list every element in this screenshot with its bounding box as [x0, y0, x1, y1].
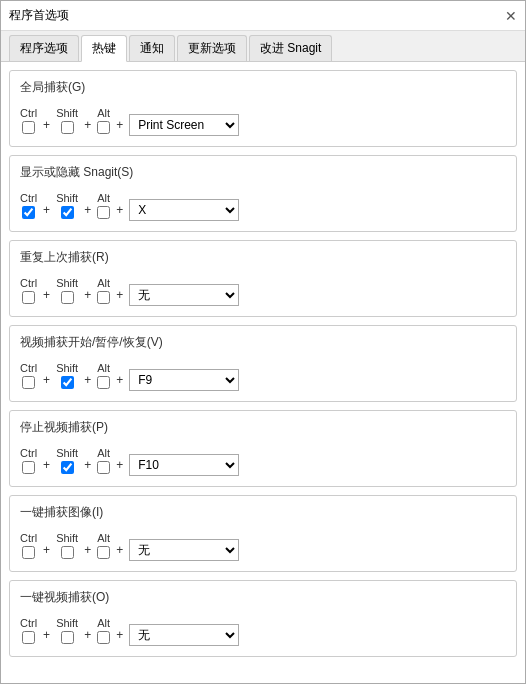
ctrl-label-one-click-video: Ctrl	[20, 617, 37, 629]
section-full-capture: 全局捕获(G)Ctrl+Shift+Alt+Print Screen无F1F2F…	[9, 70, 517, 147]
ctrl-group-video-start-stop: Ctrl	[20, 362, 37, 389]
ctrl-group-one-click-image: Ctrl	[20, 532, 37, 559]
shift-label-show-hide-snagit: Shift	[56, 192, 78, 204]
alt-label-full-capture: Alt	[97, 107, 110, 119]
shift-group-one-click-video: Shift	[56, 617, 78, 644]
alt-label-video-start-stop: Alt	[97, 362, 110, 374]
alt-group-video-stop: Alt	[97, 447, 110, 474]
alt-checkbox-wrap-one-click-image	[97, 546, 110, 559]
shift-checkbox-one-click-video[interactable]	[61, 631, 74, 644]
plus-sign: +	[116, 618, 123, 642]
alt-checkbox-one-click-video[interactable]	[97, 631, 110, 644]
tab-0[interactable]: 程序选项	[9, 35, 79, 61]
hotkey-row-repeat-capture: Ctrl+Shift+Alt+无Print ScreenF1F2F3F4F5F6…	[20, 274, 506, 306]
content-area: 全局捕获(G)Ctrl+Shift+Alt+Print Screen无F1F2F…	[1, 62, 525, 683]
ctrl-label-video-stop: Ctrl	[20, 447, 37, 459]
alt-label-video-stop: Alt	[97, 447, 110, 459]
tab-4[interactable]: 改进 Snagit	[249, 35, 332, 61]
alt-checkbox-show-hide-snagit[interactable]	[97, 206, 110, 219]
plus-sign: +	[43, 363, 50, 387]
tab-2[interactable]: 通知	[129, 35, 175, 61]
shift-group-video-start-stop: Shift	[56, 362, 78, 389]
shift-checkbox-wrap-full-capture	[61, 121, 74, 134]
plus-sign: +	[116, 363, 123, 387]
tab-1[interactable]: 热键	[81, 35, 127, 62]
ctrl-checkbox-wrap-show-hide-snagit	[22, 206, 35, 219]
tab-3[interactable]: 更新选项	[177, 35, 247, 61]
section-repeat-capture: 重复上次捕获(R)Ctrl+Shift+Alt+无Print ScreenF1F…	[9, 240, 517, 317]
plus-sign: +	[43, 618, 50, 642]
alt-checkbox-wrap-repeat-capture	[97, 291, 110, 304]
ctrl-label-one-click-image: Ctrl	[20, 532, 37, 544]
shift-checkbox-full-capture[interactable]	[61, 121, 74, 134]
ctrl-group-video-stop: Ctrl	[20, 447, 37, 474]
plus-sign: +	[84, 108, 91, 132]
section-title-repeat-capture: 重复上次捕获(R)	[20, 249, 506, 266]
section-title-show-hide-snagit: 显示或隐藏 Snagit(S)	[20, 164, 506, 181]
key-select-video-stop[interactable]: 无F1F2F3F4F5F6F7F8F9F10F11F12	[129, 454, 239, 476]
ctrl-group-one-click-video: Ctrl	[20, 617, 37, 644]
alt-checkbox-video-stop[interactable]	[97, 461, 110, 474]
alt-group-full-capture: Alt	[97, 107, 110, 134]
window-title: 程序首选项	[9, 7, 69, 24]
shift-checkbox-video-stop[interactable]	[61, 461, 74, 474]
plus-sign: +	[116, 533, 123, 557]
shift-group-repeat-capture: Shift	[56, 277, 78, 304]
alt-checkbox-video-start-stop[interactable]	[97, 376, 110, 389]
ctrl-checkbox-one-click-video[interactable]	[22, 631, 35, 644]
plus-sign: +	[84, 278, 91, 302]
ctrl-checkbox-full-capture[interactable]	[22, 121, 35, 134]
plus-sign: +	[84, 533, 91, 557]
shift-group-one-click-image: Shift	[56, 532, 78, 559]
alt-checkbox-wrap-video-stop	[97, 461, 110, 474]
key-select-one-click-video[interactable]: 无Print ScreenF1F2F3F4F5F6F7F8F9F10F11F12	[129, 624, 239, 646]
alt-label-show-hide-snagit: Alt	[97, 192, 110, 204]
alt-checkbox-one-click-image[interactable]	[97, 546, 110, 559]
shift-checkbox-repeat-capture[interactable]	[61, 291, 74, 304]
alt-checkbox-full-capture[interactable]	[97, 121, 110, 134]
ctrl-checkbox-one-click-image[interactable]	[22, 546, 35, 559]
key-select-video-start-stop[interactable]: 无F1F2F3F4F5F6F7F8F9F10F11F12	[129, 369, 239, 391]
alt-label-repeat-capture: Alt	[97, 277, 110, 289]
ctrl-group-full-capture: Ctrl	[20, 107, 37, 134]
ctrl-checkbox-wrap-repeat-capture	[22, 291, 35, 304]
hotkey-row-full-capture: Ctrl+Shift+Alt+Print Screen无F1F2F3F4F5F6…	[20, 104, 506, 136]
alt-checkbox-wrap-show-hide-snagit	[97, 206, 110, 219]
ctrl-label-show-hide-snagit: Ctrl	[20, 192, 37, 204]
ctrl-checkbox-repeat-capture[interactable]	[22, 291, 35, 304]
key-select-show-hide-snagit[interactable]: X无ABCDEFGHIJKLMNOPQRSTUVWYZ	[129, 199, 239, 221]
hotkey-row-video-stop: Ctrl+Shift+Alt+无F1F2F3F4F5F6F7F8F9F10F11…	[20, 444, 506, 476]
title-bar: 程序首选项 ✕	[1, 1, 525, 31]
shift-checkbox-show-hide-snagit[interactable]	[61, 206, 74, 219]
ctrl-checkbox-show-hide-snagit[interactable]	[22, 206, 35, 219]
alt-group-one-click-image: Alt	[97, 532, 110, 559]
ctrl-checkbox-video-start-stop[interactable]	[22, 376, 35, 389]
key-select-one-click-image[interactable]: 无Print ScreenF1F2F3F4F5F6F7F8F9F10F11F12	[129, 539, 239, 561]
shift-label-repeat-capture: Shift	[56, 277, 78, 289]
ctrl-label-repeat-capture: Ctrl	[20, 277, 37, 289]
shift-checkbox-wrap-video-stop	[61, 461, 74, 474]
shift-label-one-click-video: Shift	[56, 617, 78, 629]
section-one-click-image: 一键捕获图像(I)Ctrl+Shift+Alt+无Print ScreenF1F…	[9, 495, 517, 572]
shift-checkbox-one-click-image[interactable]	[61, 546, 74, 559]
alt-group-repeat-capture: Alt	[97, 277, 110, 304]
alt-checkbox-repeat-capture[interactable]	[97, 291, 110, 304]
alt-checkbox-wrap-full-capture	[97, 121, 110, 134]
section-title-full-capture: 全局捕获(G)	[20, 79, 506, 96]
plus-sign: +	[116, 108, 123, 132]
section-title-one-click-image: 一键捕获图像(I)	[20, 504, 506, 521]
shift-checkbox-video-start-stop[interactable]	[61, 376, 74, 389]
ctrl-label-full-capture: Ctrl	[20, 107, 37, 119]
key-select-repeat-capture[interactable]: 无Print ScreenF1F2F3F4F5F6F7F8F9F10F11F12	[129, 284, 239, 306]
plus-sign: +	[43, 193, 50, 217]
ctrl-checkbox-wrap-video-stop	[22, 461, 35, 474]
close-button[interactable]: ✕	[505, 8, 517, 24]
plus-sign: +	[43, 533, 50, 557]
plus-sign: +	[116, 193, 123, 217]
ctrl-group-show-hide-snagit: Ctrl	[20, 192, 37, 219]
shift-group-full-capture: Shift	[56, 107, 78, 134]
key-select-full-capture[interactable]: Print Screen无F1F2F3F4F5F6F7F8F9F10F11F12	[129, 114, 239, 136]
alt-group-one-click-video: Alt	[97, 617, 110, 644]
ctrl-checkbox-video-stop[interactable]	[22, 461, 35, 474]
ctrl-checkbox-wrap-one-click-image	[22, 546, 35, 559]
